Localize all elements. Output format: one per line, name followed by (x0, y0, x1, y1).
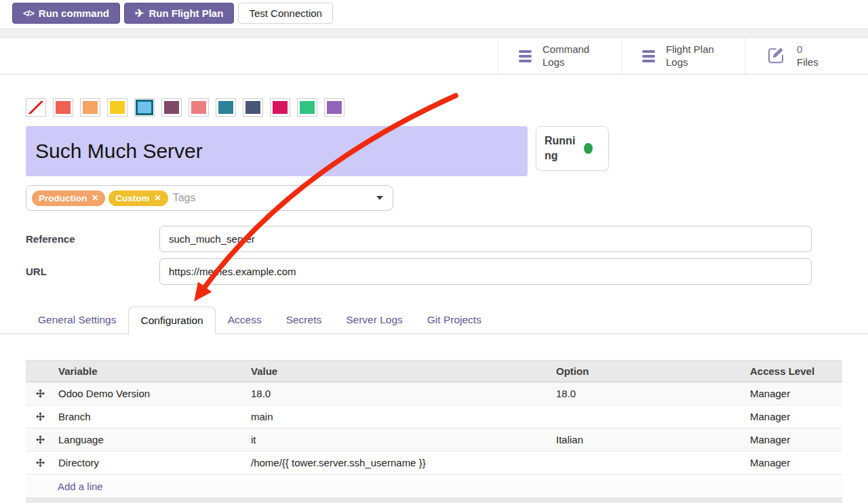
cell-value[interactable]: 18.0 (247, 388, 552, 399)
tags-input[interactable]: Production✕Custom✕ Tags (26, 185, 393, 211)
color-swatch-7[interactable] (216, 98, 236, 117)
table-row: Directory/home/{{ tower.server.ssh_usern… (26, 451, 842, 475)
tab-general-settings[interactable]: General Settings (26, 306, 128, 334)
swatch-color-fill (245, 101, 260, 114)
cell-variable[interactable]: Directory (54, 457, 247, 468)
swatch-color-fill (164, 101, 179, 114)
flight-plan-logs-label: Flight Plan Logs (666, 43, 730, 69)
color-swatch-11[interactable] (324, 98, 344, 117)
swatch-color-fill (110, 101, 125, 114)
swatch-color-fill (300, 101, 315, 114)
cell-variable[interactable]: Language (54, 434, 247, 445)
cell-access-level[interactable]: Manager (746, 388, 842, 399)
column-header-variable[interactable]: Variable (54, 365, 247, 377)
tab-git-projects[interactable]: Git Projects (415, 306, 494, 334)
run-flight-plan-button[interactable]: ✈ Run Flight Plan (124, 3, 234, 24)
swatch-color-fill (136, 100, 153, 115)
run-command-label: Run command (39, 7, 109, 19)
cell-option[interactable]: 18.0 (552, 388, 746, 399)
url-field-row: URL (26, 258, 842, 285)
color-swatch-8[interactable] (243, 98, 263, 117)
command-logs-button[interactable]: Command Logs (498, 38, 621, 74)
color-swatch-10[interactable] (297, 98, 317, 117)
color-swatch-2[interactable] (80, 98, 100, 117)
reference-field-row: Reference (26, 226, 842, 252)
tab-server-logs[interactable]: Server Logs (334, 306, 415, 334)
files-label: Files (797, 56, 861, 69)
color-swatch-5[interactable] (161, 98, 182, 117)
cell-variable[interactable]: Branch (54, 411, 247, 422)
color-swatch-1[interactable] (53, 98, 73, 117)
column-header-option[interactable]: Option (552, 365, 746, 377)
reference-label: Reference (26, 233, 159, 245)
flight-plan-logs-button[interactable]: Flight Plan Logs (621, 38, 745, 74)
color-swatch-none[interactable] (26, 98, 46, 117)
list-icon (519, 48, 532, 64)
cell-variable[interactable]: Odoo Demo Version (54, 388, 247, 399)
url-input[interactable] (159, 258, 812, 285)
test-connection-button[interactable]: Test Connection (238, 3, 333, 24)
action-toolbar: </> Run command ✈ Run Flight Plan Test C… (0, 0, 868, 28)
reference-input[interactable] (159, 226, 812, 252)
swatch-color-fill (327, 101, 342, 114)
list-icon (642, 48, 655, 64)
cell-access-level[interactable]: Manager (746, 434, 842, 445)
drag-handle-icon[interactable] (26, 428, 54, 451)
command-logs-label: Command Logs (542, 43, 606, 69)
cell-value[interactable]: it (247, 434, 552, 445)
plane-icon: ✈ (135, 7, 144, 20)
column-header-value[interactable]: Value (247, 365, 552, 377)
edit-icon (766, 45, 786, 67)
add-line-row: Add a line (26, 475, 842, 498)
drag-handle-icon[interactable] (26, 405, 54, 428)
record-title[interactable]: Such Much Server (26, 126, 528, 176)
stat-button-box: Command Logs Flight Plan Logs 0 Files (0, 38, 868, 75)
remove-tag-icon[interactable]: ✕ (155, 193, 161, 203)
color-swatch-9[interactable] (270, 98, 290, 117)
swatch-color-fill (28, 101, 43, 114)
run-flight-plan-label: Run Flight Plan (149, 7, 223, 19)
divider-strip (0, 28, 868, 38)
configuration-table: VariableValueOptionAccess Level Odoo Dem… (26, 360, 842, 503)
table-footer-strip (26, 498, 842, 503)
tag-pill-custom[interactable]: Custom✕ (108, 190, 167, 206)
color-swatch-4[interactable] (134, 98, 155, 117)
title-row: Such Much Server Running (26, 126, 842, 176)
run-command-button[interactable]: </> Run command (12, 3, 120, 24)
files-button[interactable]: 0 Files (745, 38, 868, 74)
cell-value[interactable]: main (247, 411, 552, 422)
color-swatch-6[interactable] (189, 98, 209, 117)
cell-option[interactable]: Italian (552, 434, 746, 445)
tab-secrets[interactable]: Secrets (274, 306, 334, 334)
column-header-access-level[interactable]: Access Level (746, 365, 842, 377)
files-count: 0 (797, 43, 861, 56)
tab-configuration[interactable]: Configuration (128, 306, 215, 334)
tags-placeholder: Tags (173, 192, 196, 204)
tab-access[interactable]: Access (216, 306, 274, 334)
table-body: Odoo Demo Version18.018.0ManagerBranchma… (26, 382, 842, 475)
form-sheet: Such Much Server Running Production✕Cust… (0, 98, 868, 503)
cell-access-level[interactable]: Manager (746, 457, 842, 468)
drag-handle-icon[interactable] (26, 382, 54, 405)
tag-list: Production✕Custom✕ (32, 190, 172, 206)
url-label: URL (26, 266, 159, 277)
status-dot-icon (584, 143, 593, 154)
tag-pill-production[interactable]: Production✕ (32, 190, 105, 206)
tag-label: Production (39, 193, 87, 203)
table-row: BranchmainManager (26, 405, 842, 428)
drag-handle-icon[interactable] (26, 451, 54, 474)
swatch-color-fill (191, 101, 206, 114)
cell-value[interactable]: /home/{{ tower.server.ssh_username }} (247, 457, 552, 468)
cell-access-level[interactable]: Manager (746, 411, 842, 422)
status-badge[interactable]: Running (536, 126, 609, 171)
server-form-screen: </> Run command ✈ Run Flight Plan Test C… (0, 0, 868, 503)
table-header: VariableValueOptionAccess Level (26, 360, 842, 382)
table-row: LanguageitItalianManager (26, 428, 842, 451)
chevron-down-icon[interactable] (376, 196, 383, 200)
color-swatch-3[interactable] (107, 98, 127, 117)
table-row: Odoo Demo Version18.018.0Manager (26, 382, 842, 405)
remove-tag-icon[interactable]: ✕ (92, 193, 98, 203)
add-line-link[interactable]: Add a line (58, 481, 103, 492)
status-label: Running (545, 134, 577, 163)
color-swatch-row (26, 98, 842, 117)
